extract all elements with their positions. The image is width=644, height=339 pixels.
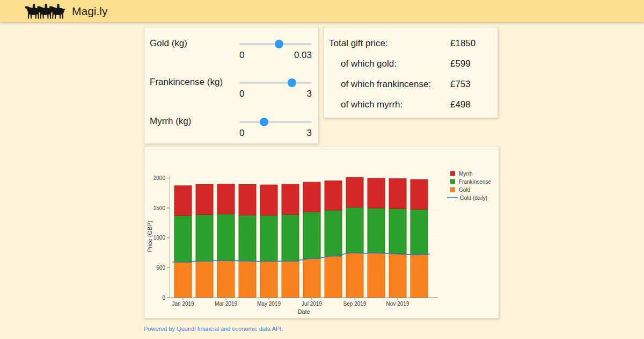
myrrh-slider-row: Myrrh (kg) 0 3 (144, 105, 318, 141)
svg-text:Mar 2019: Mar 2019 (215, 301, 238, 307)
svg-text:Gold (daily): Gold (daily) (460, 195, 487, 201)
slider-max-label: 0.03 (294, 50, 312, 61)
frankincense-slider-range: 0 3 (239, 89, 312, 99)
svg-text:Jan 2019: Jan 2019 (172, 301, 194, 307)
myrrh-price-row: of which myrrh: £498 (324, 99, 497, 110)
slider-thumb[interactable] (288, 78, 296, 87)
frankincense-price-label: of which frankincense: (341, 79, 431, 90)
svg-text:Myrrh: Myrrh (459, 171, 473, 177)
frankincense-slider[interactable] (239, 78, 312, 87)
slider-track[interactable] (239, 121, 312, 123)
frankincense-price-row: of which frankincense: £753 (324, 79, 497, 90)
footer: Powered by Quandl financial and economic… (144, 326, 283, 332)
page-title: Magi.ly (72, 5, 108, 18)
slider-thumb[interactable] (275, 40, 283, 48)
svg-text:1500: 1500 (153, 205, 166, 211)
total-price-row: Total gift price: £1850 (324, 38, 497, 49)
svg-text:Nov 2019: Nov 2019 (386, 301, 409, 307)
slider-min-label: 0 (239, 89, 244, 99)
price-summary-panel: Total gift price: £1850 of which gold: £… (323, 27, 498, 118)
quandl-attribution-link[interactable]: Powered by Quandl financial and economic… (144, 326, 283, 332)
myrrh-slider-range: 0 3 (239, 128, 312, 139)
svg-text:Price (GBP): Price (GBP) (147, 221, 153, 253)
price-chart-panel: 0500100015002000Jan 2019Mar 2019May 2019… (144, 147, 499, 319)
total-price-label: Total gift price: (329, 38, 388, 49)
svg-text:Gold: Gold (459, 187, 470, 193)
frankincense-slider-label: Frankincense (kg) (150, 77, 223, 88)
svg-text:1000: 1000 (153, 235, 166, 241)
slider-max-label: 3 (307, 89, 312, 99)
gold-slider-range: 0 0.03 (239, 50, 312, 61)
slider-min-label: 0 (239, 50, 244, 61)
myrrh-price-label: of which myrrh: (341, 99, 402, 110)
svg-text:2000: 2000 (153, 175, 166, 181)
slider-min-label: 0 (239, 128, 244, 139)
frankincense-slider-row: Frankincense (kg) 0 3 (144, 66, 318, 102)
gold-slider[interactable] (239, 40, 312, 48)
sliders-panel: Gold (kg) 0 0.03 Frankincense (kg) 0 3 M… (144, 27, 319, 144)
gold-price-value: £599 (450, 59, 471, 69)
three-wise-men-camels-icon (24, 3, 65, 20)
app-header: Magi.ly (0, 0, 644, 22)
svg-text:Date: Date (297, 308, 310, 315)
total-price-value: £1850 (450, 38, 475, 49)
gold-price-label: of which gold: (341, 59, 397, 69)
slider-max-label: 3 (307, 128, 312, 139)
slider-track[interactable] (239, 82, 312, 84)
myrrh-slider-label: Myrrh (kg) (150, 116, 191, 127)
gold-price-row: of which gold: £599 (324, 59, 497, 69)
svg-text:0: 0 (162, 295, 165, 301)
slider-thumb[interactable] (260, 118, 268, 126)
page: Magi.ly Gold (kg) 0 0.03 Frankincense (k… (0, 0, 644, 339)
myrrh-price-value: £498 (450, 99, 471, 110)
frankincense-price-value: £753 (450, 79, 471, 90)
svg-text:Jul 2019: Jul 2019 (302, 301, 322, 307)
gold-slider-row: Gold (kg) 0 0.03 (144, 27, 318, 63)
price-chart: 0500100015002000Jan 2019Mar 2019May 2019… (144, 147, 499, 318)
gold-slider-label: Gold (kg) (150, 38, 187, 49)
svg-text:Sep 2019: Sep 2019 (343, 301, 367, 307)
svg-text:Frankincense: Frankincense (459, 179, 491, 185)
svg-text:500: 500 (156, 265, 165, 271)
svg-text:May 2019: May 2019 (257, 301, 281, 307)
myrrh-slider[interactable] (239, 118, 312, 126)
